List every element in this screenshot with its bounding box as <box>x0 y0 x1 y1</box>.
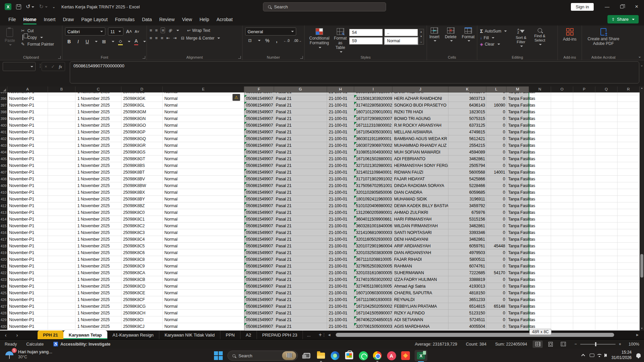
grid-cell[interactable]: Normal <box>163 202 244 209</box>
grid-cell[interactable]: 1 November 2025 <box>75 93 121 95</box>
grid-cell[interactable]: Pasal 21 <box>274 216 327 223</box>
grid-cell[interactable]: 0 <box>486 162 506 169</box>
grid-cell[interactable]: Tanpa Fasilitas <box>506 296 529 303</box>
grid-cell[interactable]: REYNALDI <box>392 296 448 303</box>
grid-cell[interactable]: 050861549907 <box>244 249 274 256</box>
grid-cell[interactable] <box>595 316 618 323</box>
grid-cell[interactable] <box>551 243 573 249</box>
grid-cell[interactable]: Normal <box>163 236 244 243</box>
grid-cell[interactable]: November-P1 <box>7 236 48 243</box>
grid-cell[interactable]: 050861549907 <box>244 122 274 129</box>
grid-cell[interactable]: 6005370 <box>448 93 486 95</box>
grid-cell[interactable]: November-P1 <box>7 182 48 189</box>
grid-cell[interactable]: Tanpa Fasilitas <box>506 310 529 316</box>
grid-cell[interactable] <box>573 93 595 95</box>
grid-cell[interactable] <box>618 303 640 310</box>
grid-cell[interactable]: 25098K8CH <box>121 310 163 316</box>
grid-cell[interactable] <box>48 310 75 316</box>
grid-cell[interactable]: Pasal 21 <box>274 162 327 169</box>
grid-cell[interactable] <box>551 316 573 323</box>
grid-cell[interactable] <box>551 310 573 316</box>
page-layout-view-button[interactable] <box>545 341 555 348</box>
grid-cell[interactable] <box>573 263 595 269</box>
row-header[interactable]: 415 <box>0 223 7 229</box>
grow-font-button[interactable]: A˄ <box>126 29 132 34</box>
decrease-indent-icon[interactable]: ⇤ <box>166 36 170 41</box>
grid-cell[interactable]: 25098K8GO <box>121 122 163 129</box>
grid-cell[interactable] <box>595 115 618 122</box>
grid-cell[interactable]: 1 November 2025 <box>75 95 121 102</box>
grid-cell[interactable]: 050861549907 <box>244 189 274 196</box>
grid-cell[interactable]: 3271021302980001 <box>354 162 392 169</box>
grid-cell[interactable]: 5101020406980002 <box>354 202 392 209</box>
sort-filter-button[interactable]: AZ Sort & Filter <box>512 27 530 48</box>
grid-cell[interactable]: 25098K8GN <box>121 115 163 122</box>
column-header-G[interactable]: G <box>274 86 327 92</box>
grid-cell[interactable]: Tanpa Fasilitas <box>506 229 529 236</box>
grid-cell[interactable]: FEBBYLIAN PRATAMA <box>392 303 448 310</box>
grid-cell[interactable] <box>618 109 640 115</box>
task-view-button[interactable] <box>302 351 312 361</box>
grid-cell[interactable]: Normal <box>163 296 244 303</box>
grid-cell[interactable] <box>573 162 595 169</box>
number-format-select[interactable]: General <box>245 27 296 36</box>
italic-button[interactable]: I <box>75 39 81 44</box>
grid-cell[interactable]: 3201160502930003 <box>354 236 392 243</box>
grid-cell[interactable]: November-P1 <box>7 149 48 156</box>
zoom-slider-handle[interactable] <box>595 342 596 346</box>
sheet-tab-pph-21[interactable]: PPH 21 <box>38 330 63 339</box>
grid-cell[interactable] <box>551 182 573 189</box>
grid-cell[interactable]: DENI HANDAYANI <box>392 236 448 243</box>
normal-view-button[interactable] <box>533 341 543 348</box>
grid-cell[interactable] <box>48 156 75 162</box>
grid-cell[interactable]: November-P1 <box>7 303 48 310</box>
align-center-icon[interactable]: ≡ <box>155 36 158 41</box>
grid-cell[interactable] <box>573 249 595 256</box>
grid-cell[interactable]: 54170 <box>486 269 506 276</box>
grid-cell[interactable]: Normal <box>163 182 244 189</box>
grid-cell[interactable]: 3215081303920009 <box>354 95 392 102</box>
grid-cell[interactable]: 1 November 2025 <box>75 142 121 149</box>
merge-center-button[interactable]: ⊟Merge & Center <box>181 36 220 41</box>
grid-cell[interactable]: 0 <box>486 209 506 216</box>
grid-cell[interactable]: Normal <box>163 310 244 316</box>
grid-cell[interactable]: November-P1 <box>7 296 48 303</box>
grid-cell[interactable]: November-P1 <box>7 122 48 129</box>
vertical-scrollbar-thumb[interactable] <box>640 254 643 278</box>
grid-cell[interactable]: RIDWAN FAUZI <box>392 169 448 176</box>
column-header-O[interactable]: O <box>551 86 573 92</box>
grid-cell[interactable]: 25098K8GT <box>121 156 163 162</box>
grid-cell[interactable]: 16090 <box>486 102 506 109</box>
grid-cell[interactable]: Tanpa Fasilitas <box>506 102 529 109</box>
grid-cell[interactable]: 1 November 2025 <box>75 249 121 256</box>
grid-cell[interactable]: Pasal 21 <box>274 202 327 209</box>
grid-cell[interactable]: Pasal 21 <box>274 209 327 216</box>
grid-cell[interactable]: 0 <box>486 283 506 290</box>
column-header-R[interactable]: R <box>618 86 640 92</box>
grid-cell[interactable]: 4005504 <box>448 323 486 330</box>
grid-cell[interactable]: Pasal 21 <box>274 229 327 236</box>
create-share-adobe-pdf-button[interactable]: Create and Share Adobe PDF <box>585 27 622 47</box>
grid-cell[interactable]: 1671072908920007 <box>354 115 392 122</box>
grid-cell[interactable]: Pasal 21 <box>274 310 327 316</box>
grid-cell[interactable]: 6074761 <box>448 263 486 269</box>
excel-logo-icon[interactable]: X <box>5 3 11 10</box>
grid-cell[interactable]: 25098K8CD <box>121 283 163 290</box>
decrease-decimal-icon[interactable]: .00→ <box>293 39 302 43</box>
grid-cell[interactable]: 050861549907 <box>244 310 274 316</box>
font-dialog-launcher[interactable] <box>143 56 145 59</box>
grid-cell[interactable]: 25098K8C4 <box>121 236 163 243</box>
shrink-font-button[interactable]: A˅ <box>135 29 140 34</box>
grid-cell[interactable] <box>595 196 618 202</box>
grid-cell[interactable]: 3393346 <box>448 229 486 236</box>
grid-cell[interactable]: November-P1 <box>7 189 48 196</box>
grid-cell[interactable]: Normal <box>163 290 244 296</box>
align-right-icon[interactable]: ≡ <box>161 36 163 41</box>
grid-cell[interactable]: Normal <box>163 162 244 169</box>
grid-cell[interactable]: Tanpa Fasilitas <box>506 216 529 223</box>
grid-cell[interactable]: Normal <box>163 263 244 269</box>
grid-cell[interactable]: 0 <box>486 249 506 256</box>
underline-button[interactable]: U <box>85 39 90 44</box>
grid-cell[interactable]: MELLANI AISWARIA <box>392 129 448 135</box>
grid-cell[interactable]: Pasal 21 <box>274 283 327 290</box>
